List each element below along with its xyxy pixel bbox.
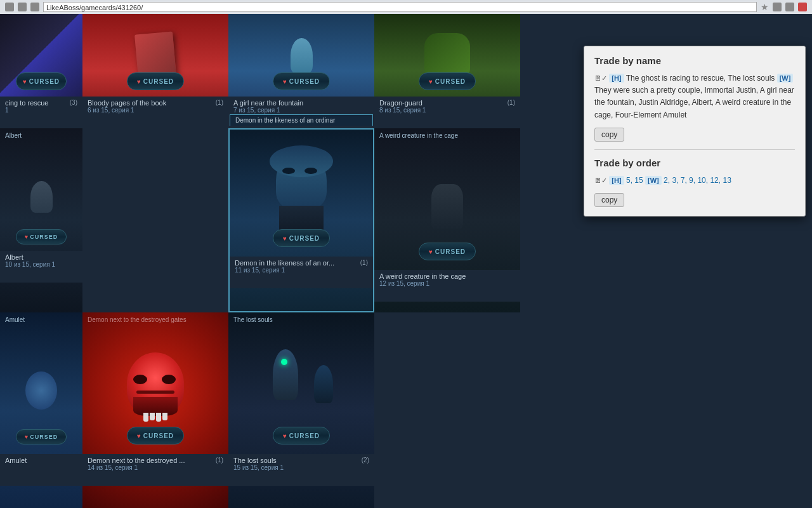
- card-title-fountain: A girl near the fountain: [233, 99, 369, 107]
- card-count-demon-likeness: (1): [360, 259, 368, 266]
- trade-order-content: 🖹✓ [H] 5, 15 [W] 2, 3, 7, 9, 10, 12, 13: [594, 175, 795, 187]
- trade-name-text: The ghost is racing to rescue, The lost …: [626, 74, 777, 83]
- card-count-dragon: (1): [508, 99, 515, 106]
- browser-chrome: LikeABoss/gamecards/431260/ ★: [0, 0, 812, 14]
- card-demon-gates[interactable]: Demon next to the destroyed gates: [82, 312, 228, 508]
- card-title-bloody: Bloody pages of the book: [88, 99, 223, 107]
- trade-panel: Trade by name 🖹✓ [H] The ghost is racing…: [584, 46, 806, 217]
- trade-icon-check: 🖹✓: [594, 74, 607, 82]
- card-demon-likeness[interactable]: Demon in the likeness of an ordinar ♥ CU…: [228, 128, 374, 312]
- main-content: ♥ CURSED cing to rescue 1 (3) ♥ CURSED: [0, 14, 812, 508]
- card-subtitle-albert: 10 из 15, серия 1: [5, 261, 77, 268]
- trade-divider: [594, 149, 795, 150]
- card-amulet-partial[interactable]: Amulet ♥ CURSED Amulet: [0, 312, 82, 508]
- card-title-lost-souls: The lost souls: [233, 457, 369, 464]
- right-fill: [520, 14, 571, 508]
- star-icon[interactable]: ★: [761, 2, 769, 12]
- card-girl-fountain[interactable]: ♥ CURSED A girl near the fountain 7 из 1…: [228, 14, 374, 128]
- copy-order-button[interactable]: copy: [594, 193, 624, 207]
- card-bloody-pages[interactable]: ♥ CURSED Bloody pages of the book 6 из 1…: [82, 14, 228, 128]
- card-count-racing: (3): [70, 99, 77, 106]
- trade-order-tag-w: [W]: [645, 176, 662, 185]
- card-title-demon-likeness: Demon in the likeness of an or...: [235, 259, 368, 267]
- trade-order-h-nums: 5, 15: [626, 176, 645, 185]
- browser-back-icon[interactable]: [5, 3, 14, 11]
- browser-settings-icon[interactable]: [785, 3, 794, 11]
- card-dragon-guard[interactable]: ♥ CURSED Dragon-guard 8 из 15, серия 1 (…: [374, 14, 520, 128]
- card-count-lost-souls: (2): [362, 457, 369, 464]
- trade-order-tag-h: [H]: [609, 176, 624, 185]
- card-title-albert: Albert: [5, 253, 77, 261]
- trade-order-icon: 🖹✓: [594, 177, 607, 184]
- card-subtitle-fountain: 7 из 15, серия 1: [233, 107, 369, 114]
- card-title-dragon: Dragon-guard: [379, 99, 515, 107]
- trade-order-w-nums: 2, 3, 7, 9, 10, 12, 13: [664, 176, 731, 185]
- browser-close-icon[interactable]: [798, 3, 807, 11]
- card-title-racing: cing to rescue: [5, 99, 77, 107]
- card-subtitle-bloody: 6 из 15, серия 1: [88, 107, 223, 114]
- card-title-demon-gates: Demon next to the destroyed ...: [88, 457, 223, 464]
- browser-refresh-icon[interactable]: [30, 3, 39, 11]
- trade-by-name-title: Trade by name: [594, 55, 795, 66]
- card-subtitle-lost-souls: 15 из 15, серия 1: [233, 464, 369, 471]
- card-subtitle-demon-gates: 14 из 15, серия 1: [88, 464, 223, 471]
- card-count-bloody: (1): [216, 99, 223, 106]
- card-racing-partial[interactable]: ♥ CURSED cing to rescue 1 (3): [0, 14, 82, 128]
- trade-name-rest: They were such a pretty couple, Immortal…: [594, 86, 794, 119]
- card-weird-cage[interactable]: A weird creature in the cage ♥ CURSED A …: [374, 128, 520, 312]
- browser-forward-icon[interactable]: [18, 3, 27, 11]
- card-subtitle-racing: 1: [5, 107, 77, 114]
- trade-by-order-title: Trade by order: [594, 157, 795, 168]
- card-subtitle-demon-likeness: 11 из 15, серия 1: [235, 267, 368, 274]
- card-subtitle-weird-cage: 12 из 15, серия 1: [379, 280, 515, 287]
- card-subtitle-dragon: 8 из 15, серия 1: [379, 107, 515, 114]
- trade-tag-h: [H]: [609, 74, 624, 83]
- cards-area: ♥ CURSED cing to rescue 1 (3) ♥ CURSED: [0, 14, 571, 508]
- card-lost-souls[interactable]: The lost souls ♥ CURSED The lost souls: [228, 312, 374, 508]
- trade-name-content: 🖹✓ [H] The ghost is racing to rescue, Th…: [594, 72, 795, 121]
- browser-menu-icon[interactable]: [773, 3, 782, 11]
- copy-name-button[interactable]: copy: [594, 128, 624, 142]
- card-title-weird-cage: A weird creature in the cage: [379, 272, 515, 280]
- trade-tag-w: [W]: [777, 74, 794, 83]
- address-bar[interactable]: LikeABoss/gamecards/431260/: [43, 2, 757, 12]
- card-hover-label: Demon in the likeness of an ordinar: [230, 114, 373, 126]
- card-count-demon-gates: (1): [216, 457, 223, 464]
- card-albert-partial[interactable]: Albert ♥ CURSED Albert 10 из 15, серия 1: [0, 128, 82, 312]
- card-title-amulet: Amulet: [5, 457, 77, 464]
